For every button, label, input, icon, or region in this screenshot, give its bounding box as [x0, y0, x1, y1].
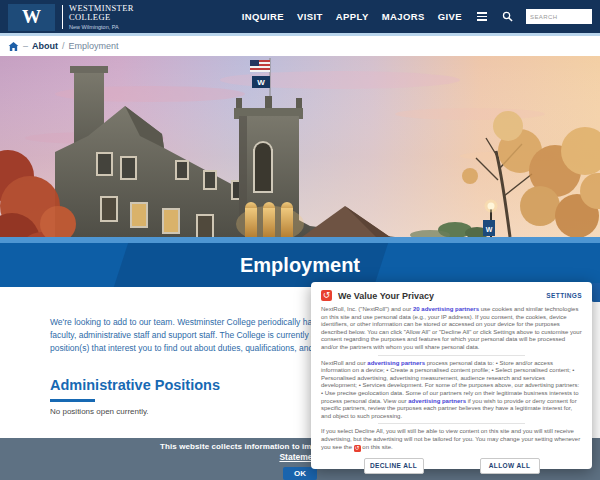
college-tagline: New Wilmington, PA	[69, 23, 134, 32]
dialog-paragraph-2: NextRoll and our advertising partners pr…	[321, 360, 582, 421]
advertising-partners-link[interactable]: advertising partners	[408, 398, 466, 404]
p1-text: use cookies and similar technologies on …	[321, 306, 582, 350]
nav-item-visit[interactable]: VISIT	[297, 11, 323, 22]
college-name-line2: COLLEGE	[69, 13, 134, 22]
section-heading: Administrative Positions	[50, 377, 220, 393]
top-header: W WESTMINSTER COLLEGE New Wilmington, PA…	[0, 0, 600, 33]
college-wordmark: WESTMINSTER COLLEGE New Wilmington, PA	[69, 3, 134, 32]
breadcrumb-link-about[interactable]: About	[32, 41, 58, 51]
search-input[interactable]	[526, 9, 592, 24]
advertising-partners-link[interactable]: advertising partners	[367, 360, 425, 366]
us-flag-icon	[250, 60, 270, 72]
dialog-paragraph-3: If you select Decline All, you will stil…	[321, 428, 582, 451]
main-nav: INQUIRE VISIT APPLY MAJORS GIVE	[242, 0, 592, 33]
no-positions-message: No positions open currently.	[50, 407, 149, 416]
breadcrumb: – About / Employment	[8, 41, 119, 52]
nav-item-give[interactable]: GIVE	[438, 11, 462, 22]
breadcrumb-separator: /	[62, 41, 65, 51]
dialog-paragraph-1: NextRoll, Inc. ("NextRoll") and our 20 a…	[321, 306, 582, 352]
dialog-divider	[378, 355, 524, 356]
ok-button[interactable]: OK	[283, 467, 317, 480]
search-icon[interactable]	[502, 11, 513, 22]
nav-item-apply[interactable]: APPLY	[336, 11, 369, 22]
advertising-partners-link[interactable]: 20 advertising partners	[413, 306, 479, 312]
manage-preferences-icon: ↺	[354, 445, 361, 452]
privacy-consent-dialog: ↺ We Value Your Privacy SETTINGS NextRol…	[311, 282, 592, 469]
p2-text: NextRoll and our	[321, 360, 367, 366]
home-icon[interactable]	[8, 41, 19, 52]
decline-all-button[interactable]: DECLINE ALL	[364, 458, 424, 474]
nextroll-logo-icon: ↺	[321, 290, 332, 301]
breadcrumb-current-page: Employment	[69, 41, 119, 51]
nav-item-inquire[interactable]: INQUIRE	[242, 11, 284, 22]
dialog-divider	[378, 423, 524, 424]
right-edge-widget[interactable]	[591, 283, 600, 302]
campus-photo: W	[0, 56, 600, 237]
college-flag-icon: W	[252, 76, 270, 88]
breadcrumb-bar: – About / Employment	[0, 36, 600, 56]
hamburger-menu-icon[interactable]	[475, 10, 489, 23]
p1-text: NextRoll, Inc. ("NextRoll") and our	[321, 306, 413, 312]
svg-text:W: W	[257, 78, 265, 87]
allow-all-button[interactable]: ALLOW ALL	[480, 458, 540, 474]
dialog-title: We Value Your Privacy	[338, 291, 546, 301]
nav-item-majors[interactable]: MAJORS	[382, 11, 425, 22]
section-heading-underline	[50, 399, 95, 402]
svg-text:W: W	[486, 226, 493, 233]
college-monogram: W	[8, 4, 55, 31]
page-title: Employment	[0, 243, 600, 287]
page-title-band: Employment	[0, 243, 600, 287]
p3-text: on this site.	[361, 444, 393, 450]
hero-banner: W	[0, 56, 600, 237]
breadcrumb-dash: –	[23, 41, 28, 51]
college-logo[interactable]: W WESTMINSTER COLLEGE New Wilmington, PA	[8, 3, 134, 32]
settings-link[interactable]: SETTINGS	[546, 292, 582, 299]
page: W WESTMINSTER COLLEGE New Wilmington, PA…	[0, 0, 600, 480]
logo-divider	[62, 5, 63, 29]
